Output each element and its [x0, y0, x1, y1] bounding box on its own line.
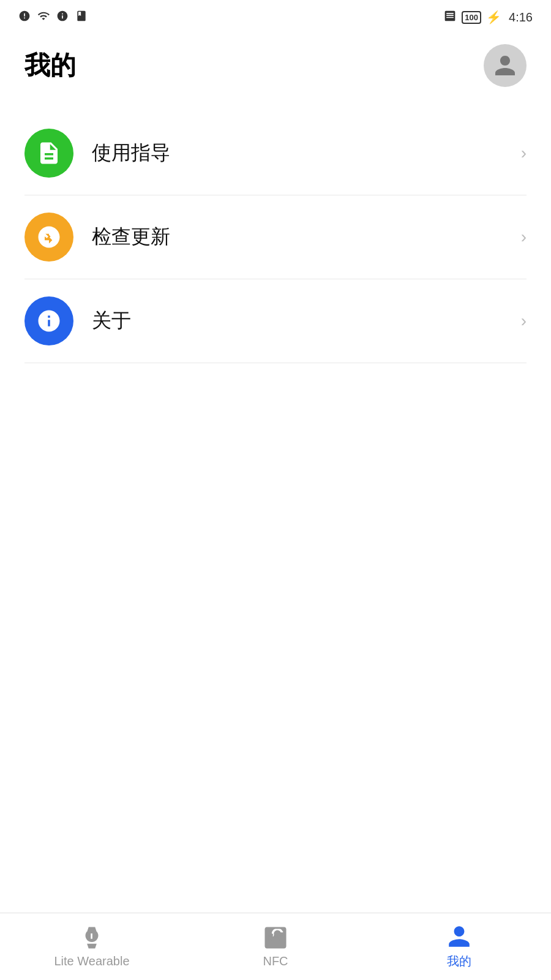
about-chevron: ›: [521, 311, 527, 331]
battery-indicator: 100: [462, 11, 481, 24]
mine-nav-icon: [446, 924, 472, 949]
battery-level: 100: [465, 13, 478, 22]
menu-item-update[interactable]: 检查更新 ›: [24, 195, 527, 279]
alert-icon: [18, 10, 31, 25]
update-icon: [36, 224, 62, 250]
lite-wearable-nav-label: Lite Wearable: [54, 954, 129, 968]
nfc-icon: NFC: [263, 925, 288, 951]
nav-item-nfc[interactable]: NFC NFC: [184, 925, 367, 968]
about-label: 关于: [92, 307, 521, 334]
guide-chevron: ›: [521, 143, 527, 163]
status-right-icons: 100 ⚡ 4:16: [443, 10, 533, 25]
status-time: 4:16: [509, 10, 533, 24]
nfc-nav-label: NFC: [263, 954, 288, 968]
main-header: 我的: [0, 32, 551, 99]
svg-text:NFC: NFC: [268, 934, 283, 943]
menu-list: 使用指导 › 检查更新 › 关于 ›: [0, 111, 551, 363]
guide-label: 使用指导: [92, 140, 521, 167]
mine-nav-label: 我的: [447, 953, 471, 970]
avatar[interactable]: [484, 44, 527, 87]
nav-item-lite-wearable[interactable]: Lite Wearable: [0, 925, 184, 968]
update-chevron: ›: [521, 227, 527, 247]
guide-icon-wrap: [24, 129, 73, 178]
lite-wearable-nav-icon: [79, 925, 105, 951]
status-left-icons: [18, 10, 88, 25]
document-icon: [36, 140, 62, 166]
avatar-icon: [493, 53, 517, 78]
nav-item-mine[interactable]: 我的: [367, 924, 551, 970]
charging-icon: ⚡: [486, 10, 501, 24]
menu-item-guide[interactable]: 使用指导 ›: [24, 111, 527, 195]
nfc-status-icon: [443, 10, 457, 25]
menu-item-about[interactable]: 关于 ›: [24, 279, 527, 363]
update-icon-wrap: [24, 213, 73, 262]
about-icon-wrap: [24, 296, 73, 345]
info-circle-icon: [36, 308, 62, 334]
info-icon: [56, 10, 69, 25]
watch-icon: [79, 925, 105, 951]
book-icon: [75, 10, 88, 25]
page-title: 我的: [24, 48, 76, 83]
nfc-nav-icon: NFC: [263, 925, 288, 951]
bottom-nav: Lite Wearable NFC NFC 我的: [0, 913, 551, 980]
person-icon: [446, 924, 472, 949]
wifi-icon: [37, 10, 50, 25]
update-label: 检查更新: [92, 224, 521, 251]
status-bar: 100 ⚡ 4:16: [0, 0, 551, 32]
